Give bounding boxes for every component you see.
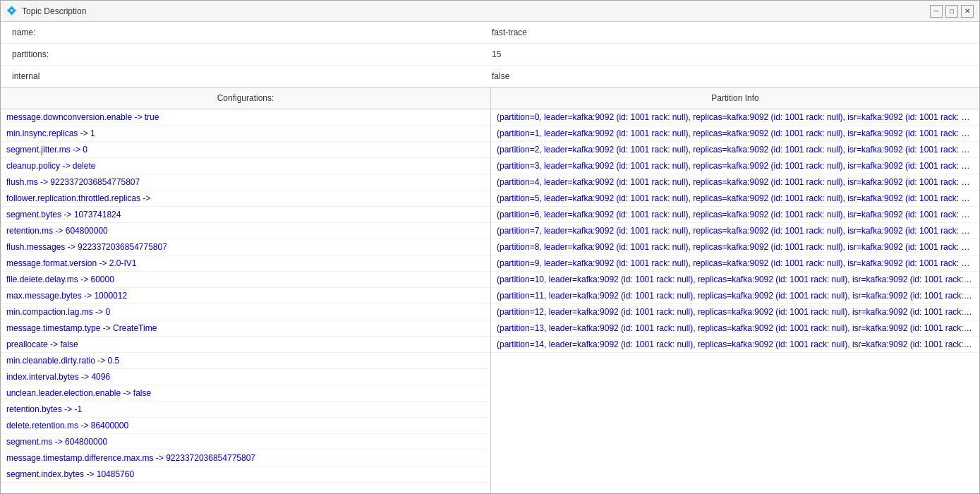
content-area: name: fast-trace partitions: 15 internal… [1,22,979,493]
partition-item: (partition=0, leader=kafka:9092 (id: 100… [491,109,979,126]
partition-item: (partition=5, leader=kafka:9092 (id: 100… [491,191,979,207]
config-item: index.interval.bytes -> 4096 [1,369,490,385]
column-headers: Configurations: Partition Info [1,88,979,109]
config-item: message.format.version -> 2.0-IV1 [1,255,490,272]
config-item: message.timestamp.type -> CreateTime [1,320,490,337]
config-item: flush.ms -> 9223372036854775807 [1,174,490,191]
partition-item: (partition=8, leader=kafka:9092 (id: 100… [491,239,979,255]
config-item: segment.bytes -> 1073741824 [1,207,490,223]
name-row: name: fast-trace [1,22,979,44]
config-item: segment.jitter.ms -> 0 [1,142,490,158]
config-item: preallocate -> false [1,337,490,353]
name-label: name: [12,28,492,37]
partition-item: (partition=12, leader=kafka:9092 (id: 10… [491,304,979,320]
partition-item: (partition=2, leader=kafka:9092 (id: 100… [491,142,979,158]
internal-row: internal false [1,66,979,87]
config-item: segment.ms -> 604800000 [1,434,490,450]
partition-info-header: Partition Info [491,88,979,109]
config-item: message.downconversion.enable -> true [1,109,490,126]
titlebar: 💠 Topic Description ─ □ ✕ [1,1,979,22]
config-item: follower.replication.throttled.replicas … [1,191,490,207]
partition-item: (partition=10, leader=kafka:9092 (id: 10… [491,272,979,288]
partition-item: (partition=7, leader=kafka:9092 (id: 100… [491,223,979,239]
partition-item: (partition=9, leader=kafka:9092 (id: 100… [491,255,979,272]
partition-item: (partition=1, leader=kafka:9092 (id: 100… [491,126,979,142]
config-item: min.insync.replicas -> 1 [1,126,490,142]
partitions-value: 15 [492,49,501,59]
minimize-button[interactable]: ─ [930,5,943,18]
info-section: name: fast-trace partitions: 15 internal… [1,22,979,88]
config-item: cleanup.policy -> delete [1,158,490,174]
maximize-button[interactable]: □ [945,5,958,18]
partition-item: (partition=11, leader=kafka:9092 (id: 10… [491,288,979,304]
config-item: min.cleanable.dirty.ratio -> 0.5 [1,353,490,369]
partition-item: (partition=14, leader=kafka:9092 (id: 10… [491,337,979,353]
partition-item: (partition=13, leader=kafka:9092 (id: 10… [491,320,979,337]
config-item: flush.messages -> 9223372036854775807 [1,239,490,255]
config-item: segment.index.bytes -> 10485760 [1,466,490,483]
config-item: retention.ms -> 604800000 [1,223,490,239]
configurations-header: Configurations: [1,88,491,109]
config-item: min.compaction.lag.ms -> 0 [1,304,490,320]
titlebar-left: 💠 Topic Description [6,6,86,17]
internal-label: internal [12,71,492,81]
name-value: fast-trace [492,28,527,37]
config-item: file.delete.delay.ms -> 60000 [1,272,490,288]
partition-column: (partition=0, leader=kafka:9092 (id: 100… [491,109,979,493]
config-item: delete.retention.ms -> 86400000 [1,418,490,434]
partition-item: (partition=3, leader=kafka:9092 (id: 100… [491,158,979,174]
main-window: 💠 Topic Description ─ □ ✕ name: fast-tra… [0,0,980,494]
config-item: unclean.leader.election.enable -> false [1,385,490,402]
partition-item: (partition=6, leader=kafka:9092 (id: 100… [491,207,979,223]
app-icon: 💠 [6,6,18,17]
data-section: message.downconversion.enable -> truemin… [1,109,979,493]
configurations-column: message.downconversion.enable -> truemin… [1,109,491,493]
config-item: retention.bytes -> -1 [1,402,490,418]
config-item: message.timestamp.difference.max.ms -> 9… [1,450,490,466]
titlebar-controls: ─ □ ✕ [930,5,974,18]
window-title: Topic Description [22,6,86,16]
partition-item: (partition=4, leader=kafka:9092 (id: 100… [491,174,979,191]
config-item: max.message.bytes -> 1000012 [1,288,490,304]
partitions-label: partitions: [12,49,492,59]
partitions-row: partitions: 15 [1,44,979,66]
internal-value: false [492,71,509,81]
close-button[interactable]: ✕ [961,5,974,18]
